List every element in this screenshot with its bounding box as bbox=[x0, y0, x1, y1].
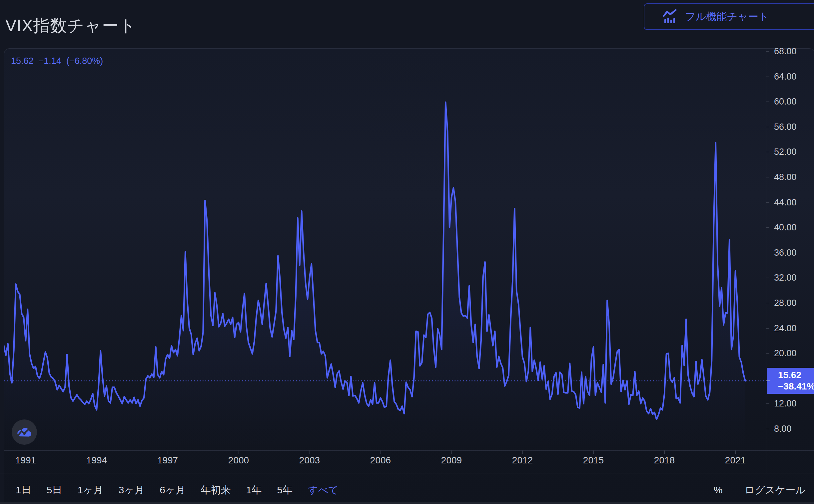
time-axis-tick bbox=[310, 450, 310, 454]
price-axis-label: 32.00 bbox=[774, 272, 814, 283]
time-axis-label: 2009 bbox=[435, 455, 468, 466]
price-axis-tick bbox=[766, 102, 769, 102]
price-chart-plot[interactable] bbox=[4, 49, 766, 450]
price-axis-tick bbox=[766, 253, 769, 253]
time-axis-label: 2015 bbox=[577, 455, 610, 466]
range-button-5年[interactable]: 5年 bbox=[277, 483, 293, 497]
full-chart-button-label: フル機能チャート bbox=[685, 10, 769, 24]
last-price-value: 15.62 bbox=[778, 370, 814, 381]
price-axis-label: 52.00 bbox=[774, 146, 814, 157]
time-axis-label: 2003 bbox=[293, 455, 326, 466]
price-axis-label: 12.00 bbox=[774, 398, 814, 409]
time-axis-tick bbox=[381, 450, 381, 454]
price-axis-label: 44.00 bbox=[774, 197, 814, 208]
price-axis-tick bbox=[766, 278, 769, 278]
price-axis-label: 68.00 bbox=[774, 46, 814, 57]
scale-tools: % ログスケール bbox=[714, 473, 806, 504]
price-axis-label: 24.00 bbox=[774, 323, 814, 334]
chart-line bbox=[4, 102, 745, 419]
range-button-1ヶ月[interactable]: 1ヶ月 bbox=[77, 483, 103, 497]
time-axis-tick bbox=[239, 450, 239, 454]
price-axis-label: 64.00 bbox=[774, 71, 814, 82]
price-axis-line bbox=[766, 49, 766, 473]
price-axis-tick bbox=[766, 227, 769, 228]
price-axis-tick bbox=[766, 328, 769, 329]
range-button-すべて[interactable]: すべて bbox=[308, 483, 339, 497]
time-axis-label: 1997 bbox=[151, 455, 184, 466]
page-title: VIX指数チャート bbox=[5, 11, 136, 41]
time-axis-tick bbox=[522, 450, 523, 454]
price-axis-label: 60.00 bbox=[774, 96, 814, 107]
price-axis-tick bbox=[766, 177, 769, 177]
time-axis-tick bbox=[593, 450, 594, 454]
time-axis-tick bbox=[451, 450, 452, 454]
range-button-1日[interactable]: 1日 bbox=[16, 483, 31, 497]
time-axis-label: 2006 bbox=[364, 455, 397, 466]
price-axis-tick bbox=[766, 77, 769, 77]
price-axis-label: 28.00 bbox=[774, 297, 814, 309]
price-axis-tick bbox=[766, 51, 769, 52]
range-button-年初来[interactable]: 年初来 bbox=[201, 483, 231, 497]
range-button-1年[interactable]: 1年 bbox=[246, 483, 262, 497]
last-price-badge: 15.62 −38.41% bbox=[767, 368, 814, 394]
price-axis-tick bbox=[766, 353, 769, 354]
full-chart-button[interactable]: フル機能チャート bbox=[644, 3, 814, 30]
range-buttons: 1日5日1ヶ月3ヶ月6ヶ月年初来1年5年すべて bbox=[16, 473, 339, 504]
time-axis-tick bbox=[97, 450, 97, 454]
range-button-3ヶ月[interactable]: 3ヶ月 bbox=[119, 483, 144, 497]
price-axis-tick bbox=[766, 127, 769, 127]
time-axis-label: 2012 bbox=[506, 455, 539, 466]
chart-cloud-logo[interactable] bbox=[12, 419, 37, 445]
price-axis-label: 56.00 bbox=[774, 121, 814, 132]
time-axis-label: 2021 bbox=[719, 455, 752, 466]
time-axis-tick bbox=[26, 450, 26, 454]
price-axis-label: 40.00 bbox=[774, 222, 814, 233]
time-axis-tick bbox=[167, 450, 168, 454]
chart-area-fill bbox=[4, 102, 745, 450]
time-axis-label: 2018 bbox=[648, 455, 681, 466]
price-axis-tick bbox=[766, 152, 769, 152]
time-axis-tick bbox=[665, 450, 665, 454]
percent-scale-button[interactable]: % bbox=[714, 484, 723, 496]
chart-widget: 15.62 −1.14 (−6.80%) 68.0064.0060.0056.0… bbox=[4, 48, 814, 504]
price-axis-label: 20.00 bbox=[774, 348, 814, 359]
combo-chart-icon bbox=[663, 9, 678, 24]
log-scale-button[interactable]: ログスケール bbox=[744, 483, 806, 497]
time-axis-tick bbox=[735, 450, 736, 454]
range-button-5日[interactable]: 5日 bbox=[47, 483, 62, 497]
bottom-strip bbox=[0, 502, 814, 504]
price-axis-label: 48.00 bbox=[774, 171, 814, 183]
last-price-tick bbox=[766, 380, 770, 381]
time-axis-label: 1991 bbox=[9, 455, 42, 466]
price-axis-tick bbox=[766, 303, 769, 303]
price-axis-tick bbox=[766, 202, 769, 203]
price-axis-label: 8.00 bbox=[774, 423, 814, 434]
price-axis-label: 36.00 bbox=[774, 247, 814, 258]
price-axis-tick bbox=[766, 403, 769, 404]
time-axis-label: 2000 bbox=[222, 455, 255, 466]
time-axis-line bbox=[4, 450, 814, 451]
range-button-6ヶ月[interactable]: 6ヶ月 bbox=[159, 483, 185, 497]
price-axis-tick bbox=[766, 429, 769, 429]
last-price-change-pct: −38.41% bbox=[778, 381, 814, 392]
time-axis-label: 1994 bbox=[80, 455, 113, 466]
